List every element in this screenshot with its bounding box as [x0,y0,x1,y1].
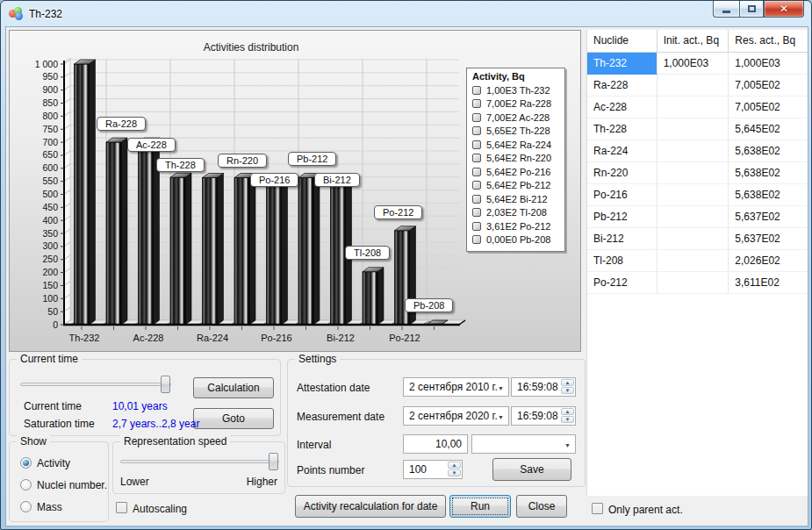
legend-item[interactable]: 7,00E2 Ac-228 [472,111,560,125]
speed-slider-thumb[interactable] [269,453,278,470]
down-arrow-icon[interactable]: ▼ [561,387,574,394]
radio-nuclei-number[interactable] [20,479,32,491]
table-row[interactable]: Po-2165,638E02 [587,184,808,206]
table-cell[interactable] [658,272,729,294]
column-header-nuclide[interactable]: Nuclide [587,30,658,52]
legend-item[interactable]: 3,61E2 Po-212 [472,219,560,233]
radio-activity[interactable] [20,457,32,469]
titlebar[interactable]: Th-232 [1,1,811,26]
table-row[interactable]: Rn-2205,638E02 [587,162,808,184]
table-cell[interactable] [658,97,729,118]
speed-slider-groove[interactable] [120,460,279,463]
activity-recalculation-button[interactable]: Activity recalculation for date [295,495,446,518]
table-cell[interactable]: 5,637E02 [729,206,808,228]
legend-item[interactable]: 5,64E2 Ra-224 [472,138,560,152]
table-cell[interactable]: Rn-220 [587,162,658,184]
maximize-button[interactable] [739,1,764,18]
table-row[interactable]: Ra-2287,005E02 [587,75,808,97]
table-cell[interactable]: Tl-208 [587,250,658,272]
radio-label: Mass [37,501,62,513]
table-cell[interactable]: Th-228 [587,118,658,140]
table-cell[interactable]: 7,005E02 [729,97,808,118]
down-arrow-icon[interactable]: ▼ [448,469,461,476]
table-row[interactable]: Tl-2082,026E02 [587,250,808,272]
table-row[interactable]: Th-2285,645E02 [587,118,808,140]
interval-unit-combo[interactable]: ▼ [471,434,576,454]
svg-text:800: 800 [42,111,58,121]
legend-item[interactable]: 0,00E0 Pb-208 [472,233,560,247]
table-cell[interactable] [658,250,729,272]
autoscaling-checkbox[interactable] [116,502,127,513]
table-row[interactable]: Ra-2245,638E02 [587,140,808,162]
svg-text:50: 50 [47,306,58,317]
save-button[interactable]: Save [492,458,571,481]
table-row[interactable]: Th-2321,000E031,000E03 [587,53,808,75]
table-cell[interactable]: Ra-228 [587,75,658,97]
slider-groove[interactable] [20,383,171,386]
table-cell[interactable]: Ra-224 [587,140,658,162]
table-cell[interactable]: 7,005E02 [729,75,808,97]
table-row[interactable]: Bi-2125,637E02 [587,228,808,250]
run-button[interactable]: Run [449,495,511,518]
table-cell[interactable]: 5,645E02 [729,118,808,140]
radio-mass[interactable] [20,501,32,512]
goto-button[interactable]: Goto [193,408,274,429]
legend-item[interactable]: 5,64E2 Bi-212 [472,192,560,206]
legend-item[interactable]: 5,64E2 Pb-212 [472,179,560,193]
table-cell[interactable]: Bi-212 [587,228,658,250]
table-cell[interactable] [658,162,729,184]
legend-item[interactable]: 7,00E2 Ra-228 [472,97,560,111]
table-cell[interactable] [658,118,729,140]
table-cell[interactable]: 5,637E02 [729,228,808,250]
slider-thumb[interactable] [161,376,170,393]
up-arrow-icon[interactable]: ▲ [561,379,574,386]
table-row[interactable]: Ac-2287,005E02 [587,97,808,118]
table-cell[interactable]: 1,000E03 [729,53,808,75]
table-cell[interactable] [658,75,729,97]
legend-item[interactable]: 2,03E2 Tl-208 [472,206,560,220]
legend-item[interactable]: 5,65E2 Th-228 [472,125,560,139]
attestation-time-spinner[interactable]: 16:59:08 ▲▼ [511,377,576,397]
table-cell[interactable] [658,140,729,162]
interval-input[interactable]: 10,00 [403,434,468,454]
table-cell[interactable]: 1,000E03 [658,53,729,75]
table-cell[interactable]: 3,611E02 [729,272,808,294]
table-cell[interactable]: Po-212 [587,272,658,294]
table-row[interactable]: Po-2123,611E02 [587,272,808,294]
calculation-button[interactable]: Calculation [193,377,274,398]
minimize-button[interactable] [713,1,739,18]
speed-slider[interactable] [120,453,279,472]
current-time-slider[interactable] [20,376,171,395]
close-button[interactable]: ✕ [764,1,804,18]
table-cell[interactable] [658,184,729,206]
legend-item[interactable]: 1,00E3 Th-232 [472,83,560,97]
legend-item[interactable]: 5,64E2 Po-216 [472,165,560,179]
table-row[interactable]: Pb-2125,637E02 [587,206,808,228]
down-arrow-icon[interactable]: ▼ [561,416,574,423]
chevron-down-icon[interactable]: ▼ [498,414,504,420]
attestation-date-picker[interactable]: 2 сентября 2010 г. ▼ [403,377,509,397]
chevron-down-icon[interactable]: ▼ [564,442,571,448]
chevron-down-icon[interactable]: ▼ [498,385,504,391]
measurement-date-picker[interactable]: 2 сентября 2020 г. ▼ [403,406,509,426]
measurement-time-spinner[interactable]: 16:59:08 ▲▼ [511,406,576,426]
table-cell[interactable]: 5,638E02 [729,184,808,206]
column-header-init-act[interactable]: Init. act., Bq [658,30,729,52]
table-cell[interactable]: 5,638E02 [729,140,808,162]
table-cell[interactable]: 2,026E02 [729,250,808,272]
table-cell[interactable]: Po-216 [587,184,658,206]
table-cell[interactable]: Th-232 [587,53,658,75]
column-header-res-act[interactable]: Res. act., Bq [729,30,808,52]
close-dialog-button[interactable]: Close [516,495,567,518]
svg-text:350: 350 [42,228,58,239]
table-cell[interactable]: Ac-228 [587,97,658,118]
table-cell[interactable] [658,206,729,228]
table-cell[interactable] [658,228,729,250]
up-arrow-icon[interactable]: ▲ [448,462,461,469]
only-parent-act-checkbox[interactable] [592,503,603,514]
table-cell[interactable]: 5,638E02 [729,162,808,184]
points-number-spinner[interactable]: 100 ▲▼ [403,460,463,479]
up-arrow-icon[interactable]: ▲ [561,408,574,415]
legend-item[interactable]: 5,64E2 Rn-220 [472,152,560,166]
table-cell[interactable]: Pb-212 [587,206,658,228]
